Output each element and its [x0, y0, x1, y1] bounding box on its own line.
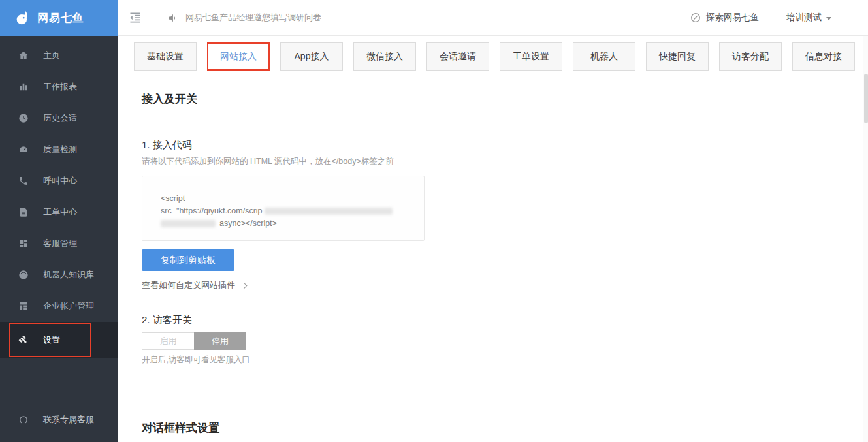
scrollbar[interactable] — [863, 36, 868, 442]
sidebar-item-reports[interactable]: 工作报表 — [0, 71, 118, 103]
account-menu[interactable]: 培训测试 — [786, 12, 831, 24]
settings-tab-bar: 基础设置 网站接入 App接入 微信接入 会话邀请 工单设置 机器人 快捷回复 … — [118, 36, 868, 71]
gauge-icon — [18, 144, 29, 155]
hammer-icon — [18, 335, 29, 345]
home-icon — [18, 50, 29, 61]
sidebar-item-label: 工作报表 — [43, 81, 77, 93]
brand-name: 网易七鱼 — [37, 10, 84, 25]
code-line: <script — [161, 193, 417, 205]
sidebar-item-label: 机器人知识库 — [43, 269, 94, 281]
phone-icon — [18, 176, 29, 186]
caret-down-icon — [826, 17, 831, 20]
account-name: 培训测试 — [786, 12, 822, 24]
sidebar-item-label: 主页 — [43, 50, 60, 61]
tab-robot[interactable]: 机器人 — [573, 42, 635, 71]
sidebar-item-settings[interactable]: 设置 — [0, 322, 118, 358]
main-panel: 网易七鱼产品经理邀您填写调研问卷 探索网易七鱼 培训测试 基础设置 网站接入 A… — [118, 0, 868, 442]
tab-quick-replies[interactable]: 快捷回复 — [646, 42, 709, 71]
chevron-right-icon — [241, 283, 248, 289]
sidebar-item-label: 质量检测 — [43, 144, 77, 155]
sidebar-item-label: 工单中心 — [43, 206, 77, 218]
sidebar-item-robot-kb[interactable]: 机器人知识库 — [0, 259, 118, 291]
copy-to-clipboard-button[interactable]: 复制到剪贴板 — [142, 249, 234, 271]
sidebar-item-quality[interactable]: 质量检测 — [0, 134, 118, 165]
sphere-icon — [18, 270, 29, 280]
sidebar-item-contact-support[interactable]: 联系专属客服 — [0, 404, 118, 435]
embed-code-block[interactable]: <script src="https://qiyukf.com/scrip as… — [142, 176, 425, 241]
brand-logo[interactable]: 网易七鱼 — [0, 0, 118, 36]
enable-button[interactable]: 启用 — [142, 332, 194, 350]
redacted-text — [265, 208, 393, 215]
dashboard-icon — [18, 238, 29, 249]
sidebar-item-enterprise-account[interactable]: 企业帐户管理 — [0, 291, 118, 322]
explore-link[interactable]: 探索网易七鱼 — [690, 12, 759, 24]
sidebar-menu: 主页 工作报表 历史会话 质量检测 呼叫中心 工单中心 — [0, 36, 118, 358]
sidebar-item-label: 设置 — [43, 334, 60, 346]
collapse-sidebar-icon[interactable] — [118, 11, 153, 24]
step2-hint: 开启后,访客即可看见客服入口 — [142, 355, 855, 366]
sidebar-item-history[interactable]: 历史会话 — [0, 103, 118, 134]
tab-basic-settings[interactable]: 基础设置 — [134, 42, 197, 71]
scrollbar-thumb[interactable] — [864, 74, 868, 123]
sidebar-item-label: 呼叫中心 — [43, 175, 77, 187]
tab-content: 接入及开关 1. 接入代码 请将以下代码添加到你网站的 HTML 源代码中，放在… — [118, 71, 868, 442]
clock-icon — [18, 113, 29, 123]
sidebar-item-agent-management[interactable]: 客服管理 — [0, 228, 118, 259]
tab-data-integration[interactable]: 信息对接 — [792, 42, 855, 71]
sidebar: 网易七鱼 主页 工作报表 历史会话 质量检测 呼叫中心 — [0, 0, 118, 442]
redacted-text — [161, 220, 216, 227]
top-bar: 网易七鱼产品经理邀您填写调研问卷 探索网易七鱼 培训测试 — [118, 0, 868, 36]
explore-label: 探索网易七鱼 — [706, 12, 759, 24]
customize-plugin-link-label: 查看如何自定义网站插件 — [142, 279, 235, 291]
table-icon — [18, 301, 29, 311]
sidebar-item-home[interactable]: 主页 — [0, 40, 118, 71]
sidebar-item-label: 联系专属客服 — [43, 414, 94, 426]
divider — [153, 0, 153, 35]
section-heading-access-switch: 接入及开关 — [142, 91, 855, 116]
tab-website-integration[interactable]: 网站接入 — [207, 42, 270, 71]
bar-chart-icon — [18, 82, 29, 92]
sidebar-item-label: 历史会话 — [43, 112, 77, 124]
sidebar-item-tickets[interactable]: 工单中心 — [0, 197, 118, 228]
code-line: async></script> — [161, 217, 417, 230]
step1-title: 1. 接入代码 — [142, 139, 855, 151]
tab-ticket-settings[interactable]: 工单设置 — [500, 42, 562, 71]
sidebar-item-label: 企业帐户管理 — [43, 300, 94, 312]
headset-icon — [18, 415, 29, 425]
tab-app-integration[interactable]: App接入 — [280, 42, 343, 71]
compass-icon — [690, 12, 701, 23]
visitor-switch-toggle: 启用 停用 — [142, 332, 246, 350]
qiyu-fish-icon — [14, 10, 31, 27]
customize-plugin-link[interactable]: 查看如何自定义网站插件 — [142, 279, 246, 291]
sidebar-item-call-center[interactable]: 呼叫中心 — [0, 165, 118, 197]
speaker-icon — [167, 12, 178, 24]
step1-description: 请将以下代码添加到你网站的 HTML 源代码中，放在</body>标签之前 — [142, 156, 855, 167]
tab-visitor-assignment[interactable]: 访客分配 — [719, 42, 782, 71]
tab-wechat-integration[interactable]: 微信接入 — [353, 42, 416, 71]
step2-title: 2. 访客开关 — [142, 314, 855, 326]
tab-chat-invitation[interactable]: 会话邀请 — [426, 42, 489, 71]
announcement-text: 网易七鱼产品经理邀您填写调研问卷 — [185, 12, 321, 24]
disable-button[interactable]: 停用 — [194, 332, 246, 350]
section-heading-dialog-style: 对话框样式设置 — [142, 420, 855, 442]
sidebar-item-label: 客服管理 — [43, 238, 77, 249]
document-icon — [18, 207, 29, 217]
app-window: 网易七鱼 主页 工作报表 历史会话 质量检测 呼叫中心 — [0, 0, 868, 442]
announcement-banner[interactable]: 网易七鱼产品经理邀您填写调研问卷 — [167, 12, 321, 24]
code-line: src="https://qiyukf.com/scrip — [161, 205, 417, 217]
